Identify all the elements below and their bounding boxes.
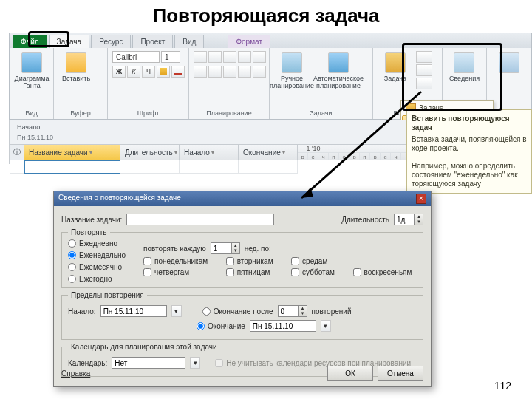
tab-task[interactable]: Задача (49, 35, 90, 48)
group-clipboard-label: Буфер обмена (58, 108, 103, 118)
group-schedule-label: Планирование (194, 108, 265, 118)
font-name-select[interactable] (112, 51, 160, 63)
sched-btn-5[interactable] (253, 51, 266, 63)
group-view-label: Вид (14, 108, 49, 118)
page-number: 112 (494, 380, 511, 392)
tab-project[interactable]: Проект (132, 35, 173, 48)
radio-end-after[interactable]: Окончание после (202, 307, 273, 316)
radio-weekly[interactable]: Еженедельно (68, 251, 136, 259)
end-after-input[interactable] (278, 305, 299, 317)
tab-file[interactable]: Файл (13, 35, 47, 48)
col-end[interactable]: Окончание▾ (239, 145, 298, 160)
sched-btn-8[interactable] (223, 66, 236, 78)
duration-input[interactable] (394, 214, 415, 225)
sched-btn-1[interactable] (194, 51, 207, 63)
repeat-every-label: повторять каждую (143, 245, 206, 253)
chk-fri[interactable]: пятницам (226, 268, 278, 276)
edit-icon (499, 52, 519, 73)
chk-sat[interactable]: субботам (291, 268, 339, 276)
calendar-dd[interactable]: ▾ (190, 357, 200, 369)
tab-format[interactable]: Формат (228, 35, 270, 48)
tab-resource[interactable]: Ресурс (91, 35, 131, 48)
radio-end-by[interactable]: Окончание (197, 322, 245, 330)
sched-btn-2[interactable] (208, 51, 222, 63)
chk-wed[interactable]: средам (291, 257, 339, 265)
paste-button[interactable]: Вставить (58, 51, 94, 83)
sched-btn-10[interactable] (253, 66, 266, 78)
help-link[interactable]: Справка (61, 369, 90, 378)
group-font-label: Шрифт (112, 108, 184, 118)
gantt-icon (21, 52, 42, 73)
sched-btn-3[interactable] (223, 51, 236, 63)
limit-start-label: Начало: (68, 307, 96, 316)
sched-btn-9[interactable] (238, 66, 251, 78)
info-icon (454, 52, 474, 73)
task-name-label: Название задачи: (61, 216, 122, 224)
radio-daily[interactable]: Ежедневно (68, 239, 136, 248)
chk-sun[interactable]: воскресеньям (353, 268, 417, 276)
repeat-every-spinner[interactable]: ▲▼ (231, 242, 240, 254)
recurring-task-dialog: Сведения о повторяющейся задаче × Назван… (53, 191, 432, 387)
gantt-button[interactable]: Диаграмма Ганта (14, 51, 50, 91)
end-by-input[interactable] (250, 320, 316, 332)
font-size-select[interactable] (161, 51, 180, 63)
limits-group: Пределы повторения Начало: ▾ Окончание п… (61, 291, 423, 340)
bucket-icon (160, 68, 167, 75)
limit-start-input[interactable] (100, 305, 167, 317)
limit-start-dd[interactable]: ▾ (171, 305, 182, 317)
reps-label: повторений (312, 307, 352, 316)
duration-label: Длительность (341, 216, 389, 224)
col-indicator[interactable]: ⓘ (10, 145, 24, 160)
end-after-spinner[interactable]: ▲▼ (299, 305, 307, 317)
repeat-every-input[interactable] (211, 242, 231, 254)
paste-icon (66, 52, 86, 73)
repeat-group: Повторять Ежедневно Еженедельно Ежемесяч… (61, 228, 423, 288)
duration-spinner[interactable]: ▲▼ (415, 214, 423, 225)
font-color-icon (174, 73, 182, 75)
cancel-button[interactable]: Отмена (378, 366, 423, 381)
group-tasks-label: Задачи (274, 108, 368, 118)
sched-btn-6[interactable] (194, 66, 207, 78)
ribbon-tabs: Файл Задача Ресурс Проект Вид Формат (10, 33, 531, 48)
chk-thu[interactable]: четвергам (143, 268, 213, 276)
tooltip: Вставить повторяющуюся задач Вставка зад… (406, 109, 532, 194)
slide-title: Повторяющаяся задача (0, 0, 532, 29)
chk-tue[interactable]: вторникам (226, 257, 278, 265)
end-by-dd[interactable]: ▾ (321, 320, 331, 332)
radio-yearly[interactable]: Ежегодно (68, 275, 136, 283)
tab-view[interactable]: Вид (174, 35, 204, 48)
italic-button[interactable]: К (127, 66, 140, 78)
ins-btn-3[interactable] (416, 78, 432, 89)
underline-button[interactable]: Ч (142, 66, 155, 78)
close-button[interactable]: × (416, 194, 426, 204)
auto-icon (328, 52, 349, 73)
chk-mon[interactable]: понедельникам (143, 257, 213, 265)
radio-monthly[interactable]: Ежемесячно (68, 263, 136, 271)
info-button[interactable]: Сведения (447, 51, 482, 83)
dialog-titlebar: Сведения о повторяющейся задаче × (54, 191, 431, 206)
folder-icon (385, 52, 406, 73)
sched-btn-4[interactable] (238, 51, 251, 63)
manual-sched-button[interactable]: Ручное планирование (274, 51, 310, 91)
fill-color-button[interactable] (157, 66, 170, 78)
col-name[interactable]: Название задачи▾ (24, 145, 120, 160)
col-duration[interactable]: Длительность▾ (120, 145, 180, 160)
calendar-label: Календарь: (68, 359, 107, 367)
auto-sched-button[interactable]: Автоматическое планирование (313, 51, 364, 91)
bold-button[interactable]: Ж (112, 66, 126, 78)
task-name-input[interactable] (126, 214, 274, 225)
insert-task-button[interactable]: Задача (378, 51, 413, 83)
ins-btn-1[interactable] (416, 51, 432, 63)
pin-icon (282, 52, 302, 73)
dialog-title: Сведения о повторяющейся задаче (58, 194, 181, 204)
week-suffix-label: нед. по: (245, 245, 271, 253)
calendar-select[interactable] (112, 357, 185, 369)
font-color-button[interactable] (171, 66, 185, 78)
ok-button[interactable]: ОК (327, 366, 373, 381)
ins-btn-2[interactable] (416, 64, 432, 76)
edit-button[interactable] (491, 51, 526, 75)
col-start[interactable]: Начало▾ (180, 145, 239, 160)
sched-btn-7[interactable] (208, 66, 222, 78)
